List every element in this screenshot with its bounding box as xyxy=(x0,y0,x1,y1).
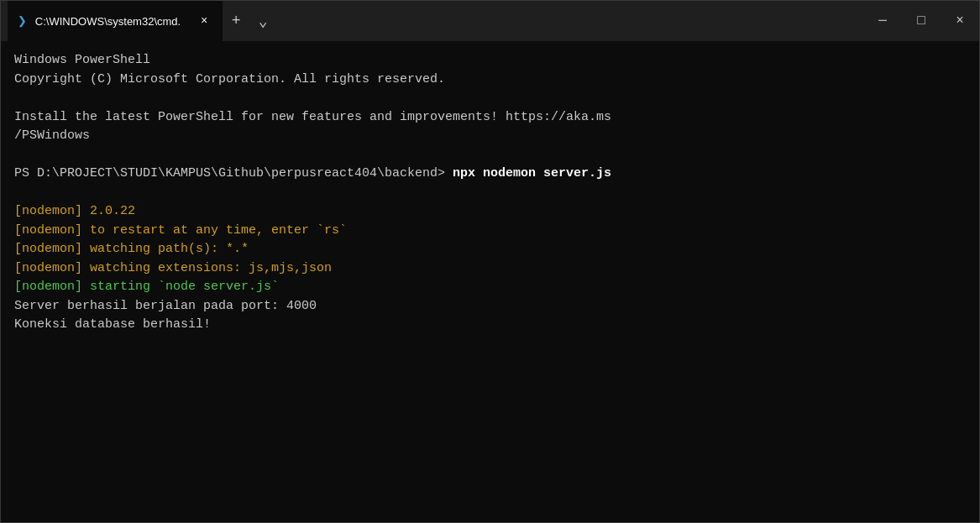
terminal-line: [nodemon] starting `node server.js` xyxy=(14,278,966,297)
minimize-button[interactable]: ─ xyxy=(863,1,902,41)
terminal-body[interactable]: Windows PowerShellCopyright (C) Microsof… xyxy=(1,41,979,522)
titlebar: ❯ C:\WINDOWS\system32\cmd. × + ⌄ ─ □ × xyxy=(1,1,979,41)
window-controls: ─ □ × xyxy=(863,1,979,41)
terminal-line: [nodemon] to restart at any time, enter … xyxy=(14,222,966,241)
terminal-line: [nodemon] watching path(s): *.* xyxy=(14,240,966,259)
terminal-line: /PSWindows xyxy=(14,127,966,146)
terminal-line: Windows PowerShell xyxy=(14,51,966,71)
terminal-line: [nodemon] 2.0.22 xyxy=(14,202,966,222)
close-tab-button[interactable]: × xyxy=(196,13,212,29)
close-window-button[interactable]: × xyxy=(941,1,979,41)
terminal-line: PS D:\PROJECT\STUDI\KAMPUS\Github\perpus… xyxy=(14,165,966,184)
dropdown-button[interactable]: ⌄ xyxy=(249,8,276,34)
terminal-line: Copyright (C) Microsoft Corporation. All… xyxy=(14,71,966,90)
terminal-line: [nodemon] watching extensions: js,mjs,js… xyxy=(14,259,966,279)
new-tab-button[interactable]: + xyxy=(223,8,249,34)
terminal-line: Server berhasil berjalan pada port: 4000 xyxy=(14,297,966,316)
command-text: npx nodemon server.js xyxy=(453,166,611,180)
tab-title: C:\WINDOWS\system32\cmd. xyxy=(35,15,181,28)
empty-line xyxy=(14,89,966,108)
powershell-icon: ❯ xyxy=(18,12,27,30)
terminal-line: Install the latest PowerShell for new fe… xyxy=(14,108,966,128)
empty-line xyxy=(14,184,966,203)
terminal-line: Koneksi database berhasil! xyxy=(14,316,966,335)
maximize-button[interactable]: □ xyxy=(902,1,941,41)
prompt-text: PS D:\PROJECT\STUDI\KAMPUS\Github\perpus… xyxy=(14,166,453,180)
active-tab[interactable]: ❯ C:\WINDOWS\system32\cmd. × xyxy=(8,1,223,41)
empty-line xyxy=(14,146,966,165)
terminal-window: ❯ C:\WINDOWS\system32\cmd. × + ⌄ ─ □ × W… xyxy=(0,0,980,523)
